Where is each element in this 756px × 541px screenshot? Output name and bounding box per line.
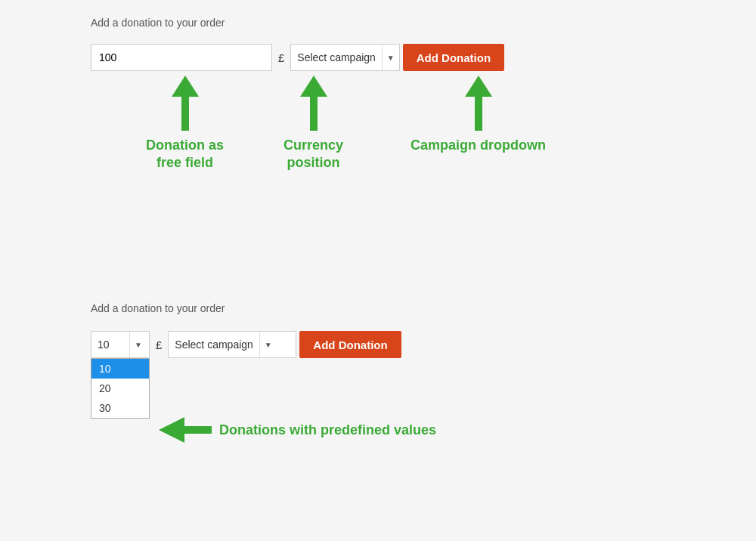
section2-title: Add a donation to your order — [91, 302, 225, 314]
predefined-amount-dropdown-wrapper[interactable]: 10 ▼ — [91, 331, 150, 358]
annotation-label-2: Currencyposition — [284, 137, 343, 172]
campaign-select-2-caret[interactable]: ▼ — [259, 332, 277, 357]
arrow-up-3 — [465, 76, 492, 131]
annotation-currency-position: Currencyposition — [284, 76, 343, 172]
section2-row: 10 ▼ £ Select campaign ▼ Add Donation — [91, 331, 401, 358]
campaign-dropdown-wrapper[interactable]: Select campaign ▼ — [290, 44, 399, 71]
currency-symbol-2: £ — [156, 339, 162, 351]
donation-amount-input[interactable] — [91, 44, 272, 71]
page: Add a donation to your order £ Select ca… — [0, 0, 756, 541]
annotation-donation-free-field: Donation asfree field — [146, 76, 224, 172]
campaign-dropdown-2-wrapper[interactable]: Select campaign ▼ — [168, 331, 296, 358]
arrow-left-predefined — [159, 417, 212, 443]
annotation-campaign-dropdown: Campaign dropdown — [411, 76, 546, 154]
dropdown-item-20[interactable]: 20 — [91, 379, 149, 398]
arrow-left-svg — [159, 417, 212, 443]
annotation-label-3: Campaign dropdown — [411, 137, 546, 154]
dropdown-item-30[interactable]: 30 — [91, 398, 149, 418]
campaign-select-caret[interactable]: ▼ — [382, 45, 399, 70]
campaign-select-value: Select campaign — [291, 47, 382, 68]
annotation-label-1: Donation asfree field — [146, 137, 224, 172]
svg-marker-0 — [159, 417, 184, 443]
section1-row: £ Select campaign ▼ Add Donation — [91, 44, 504, 71]
predefined-label: Donations with predefined values — [219, 422, 436, 438]
predefined-dropdown-list: 10 20 30 — [91, 358, 150, 419]
add-donation-button-2[interactable]: Add Donation — [299, 331, 401, 358]
svg-rect-1 — [184, 426, 212, 434]
arrow-stem-3 — [475, 97, 482, 131]
arrowhead-1 — [172, 76, 199, 97]
arrow-stem-2 — [310, 97, 318, 131]
annotation-predefined-values: Donations with predefined values — [159, 417, 436, 443]
predefined-amount-value: 10 — [91, 334, 129, 355]
add-donation-button-1[interactable]: Add Donation — [403, 44, 504, 71]
dropdown-item-10[interactable]: 10 — [91, 359, 149, 379]
arrow-stem-1 — [181, 97, 189, 131]
arrowhead-3 — [465, 76, 492, 97]
section1-title: Add a donation to your order — [91, 17, 225, 29]
arrow-up-2 — [300, 76, 327, 131]
currency-symbol: £ — [278, 51, 284, 64]
predefined-amount-caret[interactable]: ▼ — [129, 332, 147, 357]
campaign-select-2-value: Select campaign — [169, 334, 259, 355]
arrow-up-1 — [172, 76, 199, 131]
arrowhead-2 — [300, 76, 327, 97]
